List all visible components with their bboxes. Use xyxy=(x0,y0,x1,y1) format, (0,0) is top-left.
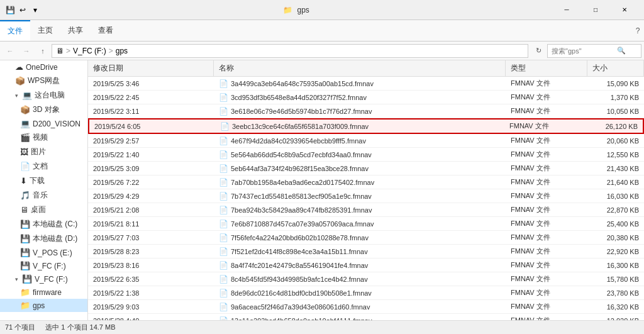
sidebar-item-d[interactable]: 💾 本地磁盘 (D:) xyxy=(0,231,87,246)
titlebar-icons: 💾 ↩ ▾ xyxy=(5,5,40,15)
ribbon: 文件 主页 共享 查看 ? xyxy=(0,20,644,42)
file-size: 16,030 KB xyxy=(587,189,644,203)
titlebar: 💾 ↩ ▾ 📁 gps ─ □ ✕ xyxy=(0,0,644,20)
expand-thispc[interactable]: ▾ xyxy=(15,92,18,99)
ribbon-tab-share[interactable]: 共享 xyxy=(60,20,91,41)
sidebar: ☁ OneDrive 📦 WPS网盘 ▾ 💻 这台电脑 📦 3D 对象 💻 D2… xyxy=(0,60,88,320)
file-type-icon: 📄 xyxy=(219,220,228,228)
sidebar-label-d200: D200_VISION xyxy=(33,120,80,128)
col-header-date[interactable]: 修改日期 xyxy=(88,60,214,76)
address-path-vfc[interactable]: V_FC (F:) xyxy=(73,47,106,55)
forward-button[interactable]: → xyxy=(19,43,34,58)
address-path-gps[interactable]: gps xyxy=(116,47,128,55)
ribbon-tab-file[interactable]: 文件 xyxy=(0,20,30,41)
file-type: FMNAV 文件 xyxy=(506,175,587,189)
sidebar-item-desktop[interactable]: 🖥 桌面 xyxy=(0,203,87,217)
sidebar-item-video[interactable]: 🎬 视频 xyxy=(0,130,87,145)
file-date: 2019/5/29 9:03 xyxy=(88,300,214,313)
file-date: 2019/5/26 7:22 xyxy=(88,175,214,189)
col-header-name[interactable]: 名称 xyxy=(214,60,506,76)
col-header-type[interactable]: 类型 xyxy=(506,60,587,76)
table-row[interactable]: 2019/5/22 3:11📄3e618e06c79e46d5b5974bb1c… xyxy=(88,104,644,118)
sidebar-item-pictures[interactable]: 🖼 图片 xyxy=(0,145,87,159)
file-date: 2019/5/24 6:05 xyxy=(89,120,215,133)
quick-access-save[interactable]: 💾 xyxy=(5,5,15,15)
maximize-button[interactable]: □ xyxy=(581,0,610,20)
window-folder-icon: 📁 xyxy=(283,6,292,14)
refresh-button[interactable]: ↻ xyxy=(531,43,546,58)
address-sep2: > xyxy=(109,47,113,55)
file-size: 16,300 KB xyxy=(587,259,644,272)
file-type-icon: 📄 xyxy=(219,192,228,201)
file-date: 2019/5/21 2:08 xyxy=(88,203,214,216)
sidebar-item-docs[interactable]: 📄 文档 xyxy=(0,159,87,174)
address-bar[interactable]: 🖥 > V_FC (F:) > gps xyxy=(52,44,528,58)
search-box[interactable]: 🔍 xyxy=(547,44,641,58)
table-row[interactable]: 2019/5/22 1:40📄5e564ab66dd54c8b9a5cd7ecb… xyxy=(88,148,644,162)
table-row[interactable]: 2019/5/22 2:45📄3cd953df3b6548e8a44d520f3… xyxy=(88,91,644,104)
quick-access-menu[interactable]: ▾ xyxy=(30,5,40,15)
drive-f-icon: 💾 xyxy=(20,261,30,270)
search-icon[interactable]: 🔍 xyxy=(617,47,626,55)
sidebar-label-downloads: 下载 xyxy=(30,175,45,186)
sidebar-item-downloads[interactable]: ⬇ 下载 xyxy=(0,174,87,188)
table-row[interactable]: 2019/5/25 3:46📄3a4499ca3eb64a648c75935a0… xyxy=(88,77,644,91)
file-name: 📄3eebc13c9ce64c6fa65f6581a703f009.fmnav xyxy=(215,120,504,133)
table-row[interactable]: 2019/5/21 8:11📄7e6b8710887d457ca07e39a05… xyxy=(88,217,644,231)
table-row[interactable]: 2019/5/29 4:29📄7b7437ec1d55481e85813ecf9… xyxy=(88,189,644,203)
quick-access-undo[interactable]: ↩ xyxy=(18,5,28,15)
table-row[interactable]: 2019/5/25 3:09📄5eb644af3a734f24b9628f15e… xyxy=(88,162,644,175)
table-row[interactable]: 2019/5/21 2:08📄7bea924b3c58429aa89c474fb… xyxy=(88,203,644,217)
close-button[interactable]: ✕ xyxy=(610,0,639,20)
table-row[interactable]: 2019/5/24 6:05📄3eebc13c9ce64c6fa65f6581a… xyxy=(88,118,644,134)
window-title: 📁 gps xyxy=(40,6,552,14)
table-row[interactable]: 2019/5/23 8:16📄8a4f74fc201e42479c8a55461… xyxy=(88,259,644,272)
file-type-icon: 📄 xyxy=(219,107,228,116)
sidebar-item-3dobjects[interactable]: 📦 3D 对象 xyxy=(0,103,87,117)
table-row[interactable]: 2019/5/26 7:22📄7ab70bb1958a4eba9ad6eca2d… xyxy=(88,175,644,189)
sidebar-item-onedrive[interactable]: ☁ OneDrive xyxy=(0,60,87,74)
search-input[interactable] xyxy=(552,47,614,55)
file-type-icon: 📄 xyxy=(219,289,228,298)
sidebar-item-thispc[interactable]: ▾ 💻 这台电脑 xyxy=(0,88,87,103)
col-header-size[interactable]: 大小 xyxy=(587,60,644,76)
expand-vfc[interactable]: ▾ xyxy=(15,276,18,282)
sidebar-label-c: 本地磁盘 (C:) xyxy=(33,219,77,230)
sidebar-item-d200[interactable]: 💻 D200_VISION xyxy=(0,117,87,130)
file-type-icon: 📄 xyxy=(219,316,228,321)
sidebar-label-e: V_POS (E:) xyxy=(33,248,72,257)
table-row[interactable]: 2019/5/28 4:40📄13c11e293bcd4b658de0aeb10… xyxy=(88,314,644,320)
file-type-icon: 📄 xyxy=(219,93,228,102)
sidebar-item-c[interactable]: 💾 本地磁盘 (C:) xyxy=(0,217,87,231)
sidebar-item-e[interactable]: 💾 V_POS (E:) xyxy=(0,246,87,259)
file-date: 2019/5/25 3:46 xyxy=(88,77,214,90)
file-date: 2019/5/28 8:23 xyxy=(88,245,214,258)
table-row[interactable]: 2019/5/29 2:57📄4e67f94d2da84c02939654ebc… xyxy=(88,134,644,148)
table-row[interactable]: 2019/5/22 6:35📄8c4b545fd5f943d49985b9afc… xyxy=(88,272,644,286)
up-button[interactable]: ↑ xyxy=(35,43,50,58)
minimize-button[interactable]: ─ xyxy=(552,0,581,20)
sidebar-label-f: V_FC (F:) xyxy=(33,262,66,270)
table-row[interactable]: 2019/5/27 7:03📄7f56fefc4a224a20bbd6b02b1… xyxy=(88,231,644,245)
sidebar-item-wps[interactable]: 📦 WPS网盘 xyxy=(0,74,87,88)
file-type: FMNAV 文件 xyxy=(506,162,587,175)
ribbon-tab-view[interactable]: 查看 xyxy=(91,20,121,41)
thispc-icon: 💻 xyxy=(22,91,32,100)
table-row[interactable]: 2019/5/22 1:38📄8de96dc0216c4d81bdf0cbd19… xyxy=(88,286,644,300)
file-type: FMNAV 文件 xyxy=(506,148,587,161)
sidebar-item-f[interactable]: 💾 V_FC (F:) xyxy=(0,259,87,272)
table-row[interactable]: 2019/5/29 9:03📄9a6aceac5f2f46d7a39d43e08… xyxy=(88,300,644,314)
sidebar-item-music[interactable]: 🎵 音乐 xyxy=(0,188,87,203)
file-name: 📄7ab70bb1958a4eba9ad6eca2d0175402.fmnav xyxy=(214,175,506,189)
sidebar-label-pictures: 图片 xyxy=(31,147,46,157)
table-row[interactable]: 2019/5/28 8:23📄7f521ef2dc414f8c898e4ce3a… xyxy=(88,245,644,259)
file-name: 📄9a6aceac5f2f46d7a39d43e086061d60.fmnav xyxy=(214,300,506,313)
file-type: FMNAV 文件 xyxy=(506,189,587,203)
sidebar-item-vfc-root[interactable]: ▾ 💾 V_FC (F:) xyxy=(0,272,87,286)
ribbon-help-icon[interactable]: ? xyxy=(631,20,644,41)
downloads-icon: ⬇ xyxy=(20,176,27,186)
ribbon-tab-home[interactable]: 主页 xyxy=(30,20,60,41)
sidebar-item-firmware[interactable]: 📁 firmware xyxy=(0,286,87,299)
back-button[interactable]: ← xyxy=(3,43,18,58)
sidebar-item-gps[interactable]: 📁 gps xyxy=(0,299,87,312)
